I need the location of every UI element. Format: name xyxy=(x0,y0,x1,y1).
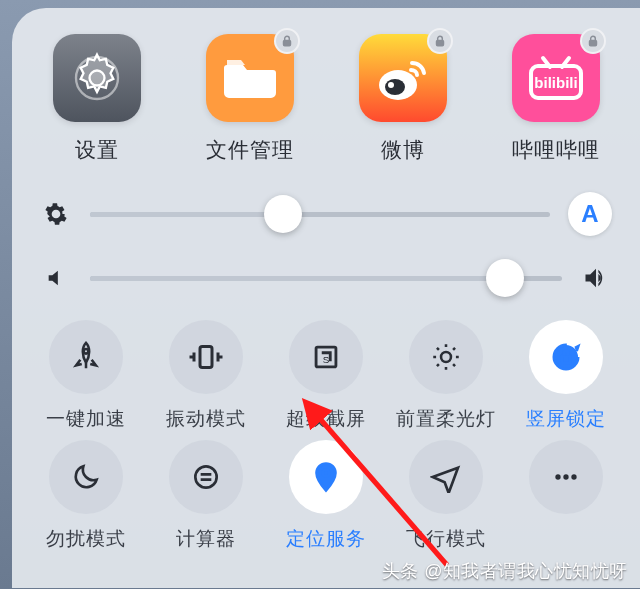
app-label: 文件管理 xyxy=(206,136,294,164)
app-settings[interactable]: 设置 xyxy=(32,34,161,164)
svg-point-6 xyxy=(388,82,394,88)
volume-high-icon xyxy=(580,264,612,292)
control-center-panel: 设置 文件管理 xyxy=(12,8,640,588)
calculator-icon xyxy=(190,461,222,493)
more-icon xyxy=(550,461,582,493)
app-bilibili[interactable]: bilibili 哔哩哔哩 xyxy=(491,34,620,164)
brightness-slider-row: A xyxy=(40,192,612,236)
svg-point-19 xyxy=(555,474,560,479)
app-label: 设置 xyxy=(75,136,119,164)
svg-point-10 xyxy=(84,349,89,354)
toggle-label: 定位服务 xyxy=(286,526,366,552)
svg-rect-3 xyxy=(436,40,443,45)
app-label: 微博 xyxy=(381,136,425,164)
recent-apps-row: 设置 文件管理 xyxy=(32,34,620,164)
volume-slider-row xyxy=(40,264,612,292)
brightness-slider[interactable] xyxy=(90,212,550,217)
app-weibo[interactable]: 微博 xyxy=(338,34,467,164)
slider-thumb[interactable] xyxy=(264,195,302,233)
volume-slider[interactable] xyxy=(90,276,562,281)
toggle-label: 竖屏锁定 xyxy=(526,406,606,432)
weibo-icon xyxy=(374,49,432,107)
front-light-button[interactable] xyxy=(409,320,483,394)
vibrate-button[interactable] xyxy=(169,320,243,394)
calculator-button[interactable] xyxy=(169,440,243,514)
svg-point-17 xyxy=(195,466,216,487)
lock-icon xyxy=(274,28,300,54)
app-files[interactable]: 文件管理 xyxy=(185,34,314,164)
svg-point-21 xyxy=(571,474,576,479)
airplane-icon xyxy=(430,461,462,493)
toggle-label: 飞行模式 xyxy=(406,526,486,552)
more-button[interactable] xyxy=(529,440,603,514)
boost-button[interactable] xyxy=(49,320,123,394)
gear-icon xyxy=(69,50,125,106)
airplane-button[interactable] xyxy=(409,440,483,514)
super-screenshot-button[interactable]: S xyxy=(289,320,363,394)
svg-text:S: S xyxy=(323,354,330,365)
lock-icon xyxy=(427,28,453,54)
dnd-button[interactable] xyxy=(49,440,123,514)
toggle-label: 计算器 xyxy=(176,526,236,552)
screenshot-icon: S xyxy=(309,340,343,374)
location-button[interactable] xyxy=(289,440,363,514)
svg-text:bilibili: bilibili xyxy=(534,74,577,91)
slider-thumb[interactable] xyxy=(486,259,524,297)
quick-toggles-row: 一键加速 振动模式 S 超级截屏 前置柔光灯 竖屏锁定 xyxy=(32,320,620,432)
gear-icon[interactable] xyxy=(40,201,72,227)
folder-icon xyxy=(223,57,277,99)
sun-icon xyxy=(429,340,463,374)
vibrate-icon xyxy=(188,339,224,375)
moon-icon xyxy=(70,461,102,493)
auto-brightness-button[interactable]: A xyxy=(568,192,612,236)
quick-toggles-row-2: 勿扰模式 计算器 定位服务 飞行模式 xyxy=(32,440,620,542)
svg-point-14 xyxy=(441,352,451,362)
toggle-label: 一键加速 xyxy=(46,406,126,432)
location-icon xyxy=(310,461,342,493)
volume-low-icon xyxy=(40,267,72,289)
svg-point-18 xyxy=(323,470,330,477)
svg-point-20 xyxy=(563,474,568,479)
watermark-text: 头条 @知我者谓我心忧知忧呀 xyxy=(382,559,628,583)
svg-rect-16 xyxy=(562,356,570,364)
bilibili-icon: bilibili xyxy=(525,54,587,102)
toggle-label: 勿扰模式 xyxy=(46,526,126,552)
svg-rect-7 xyxy=(589,40,596,45)
app-label: 哔哩哔哩 xyxy=(512,136,600,164)
toggle-label: 超级截屏 xyxy=(286,406,366,432)
svg-rect-2 xyxy=(283,40,290,45)
toggle-label: 前置柔光灯 xyxy=(396,406,496,432)
toggle-label: 振动模式 xyxy=(166,406,246,432)
lock-icon xyxy=(580,28,606,54)
svg-rect-11 xyxy=(200,347,212,368)
rotation-lock-button[interactable] xyxy=(529,320,603,394)
svg-point-5 xyxy=(385,79,405,95)
rotation-lock-icon xyxy=(548,339,584,375)
rocket-icon xyxy=(69,340,103,374)
